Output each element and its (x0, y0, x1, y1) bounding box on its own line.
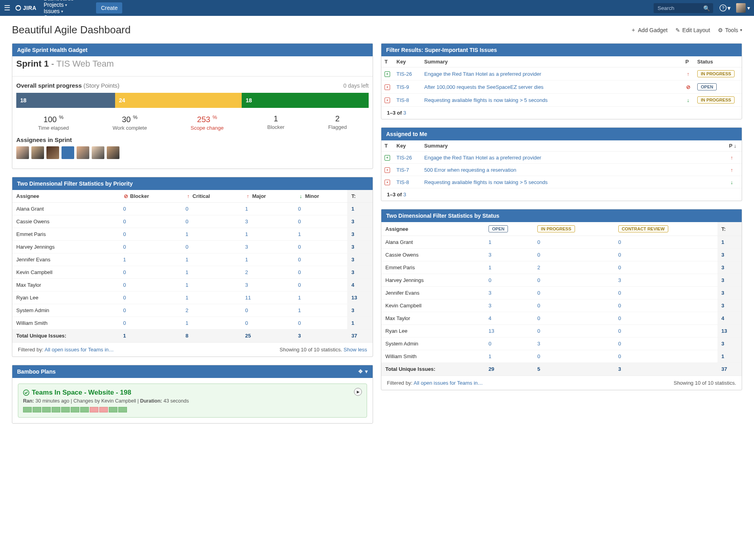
count-link[interactable]: 1 (489, 353, 491, 359)
count-link[interactable]: 2 (537, 265, 540, 270)
count-link[interactable]: 0 (298, 257, 301, 263)
count-link[interactable]: 0 (245, 307, 248, 313)
nav-capture[interactable]: Capture ▾ (44, 14, 77, 21)
count-link[interactable]: 2 (245, 269, 248, 275)
build-cell[interactable] (42, 407, 51, 412)
assignee-avatar[interactable] (92, 146, 104, 159)
issue-summary-link[interactable]: Requesting avaliable flights is now taki… (424, 97, 548, 103)
count-link[interactable]: 0 (123, 320, 126, 326)
count-link[interactable]: 2 (185, 307, 188, 313)
count-link[interactable]: 3 (537, 341, 540, 347)
count-link[interactable]: 0 (618, 252, 621, 258)
count-link[interactable]: 37 (351, 333, 357, 339)
count-link[interactable]: 37 (721, 366, 727, 372)
issue-summary-link[interactable]: 500 Error when requesting a reservation (424, 167, 516, 173)
issue-summary-link[interactable]: Engage the Red Titan Hotel as a preferre… (424, 155, 541, 161)
count-link[interactable]: 3 (351, 219, 354, 224)
count-link[interactable]: 3 (245, 244, 248, 250)
pager-link[interactable]: 3 (403, 192, 406, 198)
issue-key-link[interactable]: TIS-7 (396, 167, 409, 173)
count-link[interactable]: 0 (537, 252, 540, 258)
issue-summary-link[interactable]: Requesting avaliable flights is now taki… (424, 179, 548, 185)
build-cell[interactable] (33, 407, 41, 412)
show-less-link[interactable]: Show less (344, 347, 367, 353)
count-link[interactable]: 0 (618, 341, 621, 347)
count-link[interactable]: 0 (298, 282, 301, 288)
jira-logo[interactable]: JIRA (15, 5, 37, 11)
count-link[interactable]: 0 (618, 303, 621, 309)
count-link[interactable]: 0 (298, 219, 301, 224)
count-link[interactable]: 0 (298, 206, 301, 212)
add-gadget-button[interactable]: ＋Add Gadget (631, 27, 668, 34)
build-cell[interactable] (99, 407, 108, 412)
assignee-avatar[interactable] (77, 146, 89, 159)
count-link[interactable]: 3 (351, 231, 354, 237)
count-link[interactable]: 13 (351, 295, 357, 301)
count-link[interactable]: 3 (351, 244, 354, 250)
build-cell[interactable] (118, 407, 127, 412)
pager-link[interactable]: 3 (403, 110, 406, 116)
count-link[interactable]: 4 (489, 315, 491, 321)
count-link[interactable]: 0 (123, 269, 126, 275)
count-link[interactable]: 0 (537, 277, 540, 283)
count-link[interactable]: 1 (185, 320, 188, 326)
count-link[interactable]: 3 (721, 303, 724, 309)
issue-summary-link[interactable]: Engage the Red Titan Hotel as a preferre… (424, 71, 541, 77)
issue-key-link[interactable]: TIS-9 (396, 84, 409, 90)
issue-key-link[interactable]: TIS-8 (396, 97, 409, 103)
count-link[interactable]: 3 (721, 341, 724, 347)
count-link[interactable]: 0 (537, 328, 540, 334)
count-link[interactable]: 1 (245, 206, 248, 212)
count-link[interactable]: 1 (298, 295, 301, 301)
count-link[interactable]: 13 (721, 328, 727, 334)
count-link[interactable]: 3 (721, 265, 724, 270)
issue-key-link[interactable]: TIS-8 (396, 179, 409, 185)
count-link[interactable]: 4 (721, 315, 724, 321)
count-link[interactable]: 3 (618, 366, 621, 372)
count-link[interactable]: 3 (618, 277, 621, 283)
count-link[interactable]: 0 (245, 320, 248, 326)
assignee-avatar[interactable] (31, 146, 44, 159)
count-link[interactable]: 0 (618, 353, 621, 359)
count-link[interactable]: 0 (618, 265, 621, 270)
count-link[interactable]: 1 (298, 307, 301, 313)
count-link[interactable]: 0 (123, 206, 126, 212)
issue-key-link[interactable]: TIS-26 (396, 155, 412, 161)
count-link[interactable]: 0 (185, 206, 188, 212)
hamburger-icon[interactable]: ☰ (4, 4, 10, 12)
count-link[interactable]: 29 (489, 366, 494, 372)
user-avatar[interactable]: ▾ (736, 3, 750, 13)
nav-projects[interactable]: Projects ▾ (44, 2, 77, 8)
count-link[interactable]: 1 (245, 257, 248, 263)
build-cell[interactable] (109, 407, 117, 412)
bamboo-plan-link[interactable]: Teams In Space - Website - 198 (32, 389, 131, 397)
count-link[interactable]: 3 (489, 303, 491, 309)
count-link[interactable]: 1 (489, 265, 491, 270)
assignee-avatar[interactable] (46, 146, 59, 159)
count-link[interactable]: 0 (298, 269, 301, 275)
count-link[interactable]: 1 (245, 231, 248, 237)
create-button[interactable]: Create (96, 2, 122, 13)
count-link[interactable]: 3 (351, 307, 354, 313)
count-link[interactable]: 0 (123, 307, 126, 313)
tools-button[interactable]: ⚙Tools▾ (718, 27, 742, 33)
help-icon[interactable]: ? ▾ (719, 4, 731, 12)
count-link[interactable]: 1 (721, 239, 724, 245)
issue-summary-link[interactable]: After 100,000 requests the SeeSpaceEZ se… (424, 84, 544, 90)
count-link[interactable]: 0 (298, 320, 301, 326)
count-link[interactable]: 3 (351, 257, 354, 263)
build-cell[interactable] (80, 407, 89, 412)
nav-issues[interactable]: Issues ▾ (44, 8, 77, 14)
count-link[interactable]: 1 (298, 231, 301, 237)
count-link[interactable]: 1 (721, 353, 724, 359)
assignee-avatar[interactable] (62, 146, 74, 159)
count-link[interactable]: 0 (298, 244, 301, 250)
filter-link[interactable]: All open issues for Teams in… (414, 380, 483, 386)
count-link[interactable]: 1 (185, 269, 188, 275)
count-link[interactable]: 3 (298, 333, 301, 339)
count-link[interactable]: 0 (489, 341, 491, 347)
count-link[interactable]: 11 (245, 295, 251, 301)
count-link[interactable]: 1 (185, 282, 188, 288)
count-link[interactable]: 0 (123, 219, 126, 224)
count-link[interactable]: 0 (123, 282, 126, 288)
